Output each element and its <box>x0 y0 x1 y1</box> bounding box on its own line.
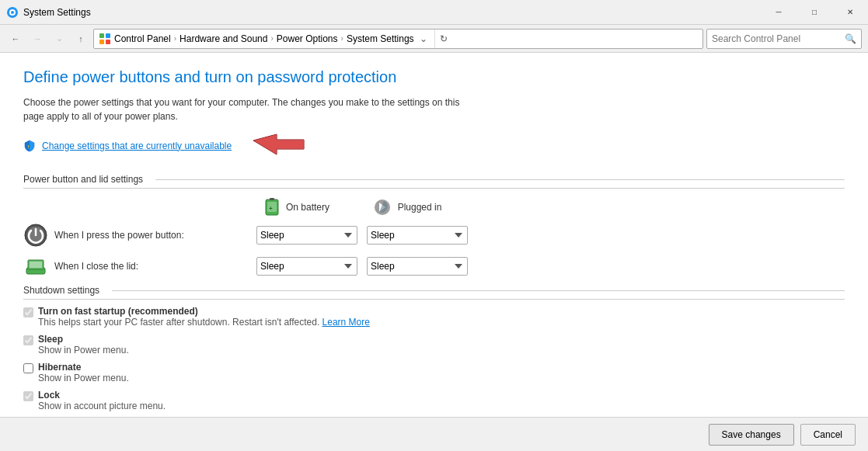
battery-icon: + <box>263 195 281 220</box>
svg-text:!: ! <box>28 144 30 148</box>
change-settings-link[interactable]: Change settings that are currently unava… <box>42 141 232 151</box>
change-settings-row: ! Change settings that are currently una… <box>23 133 845 158</box>
shutdown-item-fast-startup: Turn on fast startup (recommended) This … <box>23 306 845 328</box>
fast-startup-checkbox[interactable] <box>23 307 33 317</box>
power-button-on-battery-select[interactable]: Do nothing Sleep Hibernate Shut down Tur… <box>256 226 357 245</box>
lid-close-row: When I close the lid: Do nothing Sleep H… <box>23 254 845 279</box>
save-changes-button[interactable]: Save changes <box>709 424 794 446</box>
lid-on-battery-select[interactable]: Do nothing Sleep Hibernate Shut down Tur… <box>256 257 357 276</box>
nav-bar: ← → ⌄ ↑ Control Panel › Hardware and Sou… <box>0 25 868 53</box>
svg-rect-5 <box>99 40 104 44</box>
recent-button[interactable]: ⌄ <box>50 29 68 48</box>
plugged-in-header: Plugged in <box>351 196 462 218</box>
column-headers: + On battery Plugged in <box>23 195 845 220</box>
breadcrumb-power-options[interactable]: Power Options <box>277 33 338 44</box>
maximize-button[interactable]: □ <box>797 0 832 25</box>
svg-rect-6 <box>106 40 110 44</box>
sleep-checkbox[interactable] <box>23 335 33 345</box>
learn-more-link[interactable]: Learn More <box>322 317 370 328</box>
title-bar: System Settings ─ □ ✕ <box>0 0 868 25</box>
window-title: System Settings <box>23 7 91 18</box>
refresh-button[interactable]: ↻ <box>434 29 453 48</box>
svg-text:+: + <box>269 205 273 212</box>
power-button-icon <box>23 223 48 248</box>
svg-rect-12 <box>270 198 274 200</box>
svg-rect-4 <box>106 33 110 38</box>
search-icon[interactable]: 🔍 <box>845 33 856 44</box>
shutdown-item-hibernate: Hibernate Show in Power menu. <box>23 362 845 383</box>
shutdown-section: Shutdown settings Turn on fast startup (… <box>23 285 845 411</box>
power-button-section-header: Power button and lid settings <box>23 174 845 189</box>
forward-button[interactable]: → <box>28 29 47 48</box>
svg-point-2 <box>11 11 14 14</box>
minimize-button[interactable]: ─ <box>761 0 797 25</box>
on-battery-header: + On battery <box>241 195 351 220</box>
shutdown-item-lock: Lock Show in account picture menu. <box>23 390 845 411</box>
power-button-row: When I press the power button: Do nothin… <box>23 223 845 248</box>
main-content: Define power buttons and turn on passwor… <box>0 53 868 451</box>
up-button[interactable]: ↑ <box>71 29 90 48</box>
annotation-arrow <box>246 133 308 158</box>
cancel-button[interactable]: Cancel <box>800 424 856 446</box>
page-description: Choose the power settings that you want … <box>23 95 474 123</box>
app-icon <box>6 6 19 19</box>
content-area: Define power buttons and turn on passwor… <box>0 53 868 451</box>
hibernate-checkbox[interactable] <box>23 363 33 373</box>
shutdown-item-sleep: Sleep Show in Power menu. <box>23 334 845 356</box>
address-bar: Control Panel › Hardware and Sound › Pow… <box>93 29 703 49</box>
close-button[interactable]: ✕ <box>832 0 868 25</box>
page-title: Define power buttons and turn on passwor… <box>23 68 845 86</box>
svg-rect-3 <box>99 33 104 38</box>
svg-rect-20 <box>30 262 42 268</box>
shield-icon: ! <box>23 140 36 152</box>
power-button-plugged-in-select[interactable]: Do nothing Sleep Hibernate Shut down Tur… <box>367 226 468 245</box>
shutdown-section-header: Shutdown settings <box>23 285 845 300</box>
lid-plugged-in-select[interactable]: Do nothing Sleep Hibernate Shut down Tur… <box>367 257 468 276</box>
footer: Save changes Cancel <box>0 417 868 451</box>
breadcrumb-hardware-sound[interactable]: Hardware and Sound <box>180 33 267 44</box>
svg-marker-10 <box>253 134 304 154</box>
search-bar: 🔍 <box>706 29 862 49</box>
back-button[interactable]: ← <box>6 29 25 48</box>
lock-checkbox[interactable] <box>23 391 33 401</box>
breadcrumb-system-settings[interactable]: System Settings <box>347 33 414 44</box>
plugged-in-icon <box>371 196 393 218</box>
lid-close-icon <box>23 254 48 279</box>
breadcrumb-dropdown[interactable]: ⌄ <box>417 29 430 48</box>
control-panel-icon <box>99 33 111 45</box>
search-input[interactable] <box>712 33 845 44</box>
breadcrumb-control-panel[interactable]: Control Panel <box>114 33 171 44</box>
